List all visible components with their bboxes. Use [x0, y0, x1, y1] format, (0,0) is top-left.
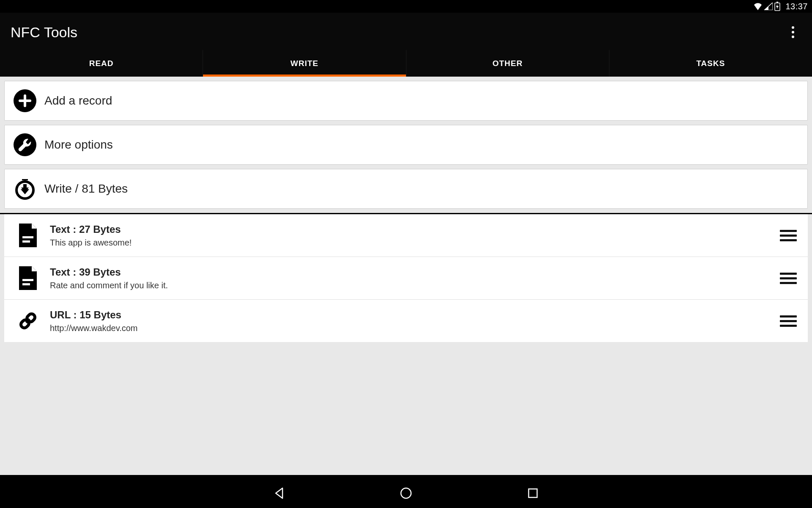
svg-point-17 [401, 488, 411, 498]
status-bar: 13:37 [0, 0, 812, 13]
app-title: NFC Tools [11, 24, 77, 41]
home-button[interactable] [398, 485, 414, 502]
record-text: Text : 39 Bytes Rate and comment if you … [50, 266, 780, 290]
drag-handle-icon[interactable] [780, 312, 797, 329]
record-item[interactable]: URL : 15 Bytes http://www.wakdev.com [4, 300, 808, 342]
back-button[interactable] [271, 485, 288, 502]
tab-label: TASKS [696, 59, 725, 68]
content-area: Add a record More options Write / 81 Byt… [0, 77, 812, 475]
svg-rect-7 [22, 179, 28, 180]
record-list: Text : 27 Bytes This app is awesome! Tex… [4, 214, 808, 342]
text-file-icon [15, 223, 41, 248]
svg-rect-18 [529, 489, 537, 497]
record-subtitle: http://www.wakdev.com [50, 323, 780, 333]
record-title: Text : 39 Bytes [50, 266, 780, 278]
plus-circle-icon [13, 89, 37, 113]
write-button[interactable]: Write / 81 Bytes [4, 169, 808, 209]
record-item[interactable]: Text : 39 Bytes Rate and comment if you … [4, 257, 808, 300]
drag-handle-icon[interactable] [780, 227, 797, 244]
svg-rect-10 [22, 236, 33, 238]
record-text: Text : 27 Bytes This app is awesome! [50, 224, 780, 248]
record-subtitle: This app is awesome! [50, 238, 780, 248]
tab-other[interactable]: OTHER [406, 50, 609, 77]
record-title: Text : 27 Bytes [50, 224, 780, 235]
tab-read[interactable]: READ [0, 50, 203, 77]
tab-tasks[interactable]: TASKS [609, 50, 812, 77]
tab-bar: READ WRITE OTHER TASKS [0, 50, 812, 77]
system-navigation-bar [0, 478, 812, 508]
drag-handle-icon[interactable] [780, 270, 797, 287]
recent-apps-button[interactable] [524, 485, 541, 502]
svg-rect-12 [22, 279, 33, 281]
tab-label: OTHER [492, 59, 523, 68]
wrench-circle-icon [13, 133, 37, 157]
add-record-button[interactable]: Add a record [4, 81, 808, 121]
link-icon [15, 308, 41, 334]
tab-write[interactable]: WRITE [203, 50, 406, 77]
more-options-button[interactable]: More options [4, 125, 808, 165]
download-circle-icon [13, 177, 37, 201]
write-label: Write / 81 Bytes [44, 182, 128, 196]
svg-rect-4 [19, 99, 31, 102]
record-text: URL : 15 Bytes http://www.wakdev.com [50, 309, 780, 333]
tab-label: WRITE [291, 59, 318, 68]
svg-rect-11 [22, 240, 30, 243]
title-bar: NFC Tools [0, 13, 812, 50]
record-item[interactable]: Text : 27 Bytes This app is awesome! [4, 214, 808, 257]
tab-label: READ [89, 59, 114, 68]
add-record-label: Add a record [44, 94, 112, 108]
svg-rect-13 [22, 283, 30, 285]
status-icons [753, 2, 780, 11]
status-time: 13:37 [785, 2, 808, 11]
text-file-icon [15, 265, 41, 291]
cell-signal-icon [764, 3, 773, 10]
svg-rect-1 [776, 2, 778, 3]
record-title: URL : 15 Bytes [50, 309, 780, 321]
svg-rect-9 [23, 184, 27, 189]
battery-charging-icon [774, 2, 780, 11]
more-options-label: More options [44, 138, 113, 152]
record-subtitle: Rate and comment if you like it. [50, 281, 780, 290]
wifi-icon [753, 3, 763, 10]
overflow-menu-button[interactable] [785, 24, 801, 41]
svg-rect-8 [22, 181, 28, 182]
